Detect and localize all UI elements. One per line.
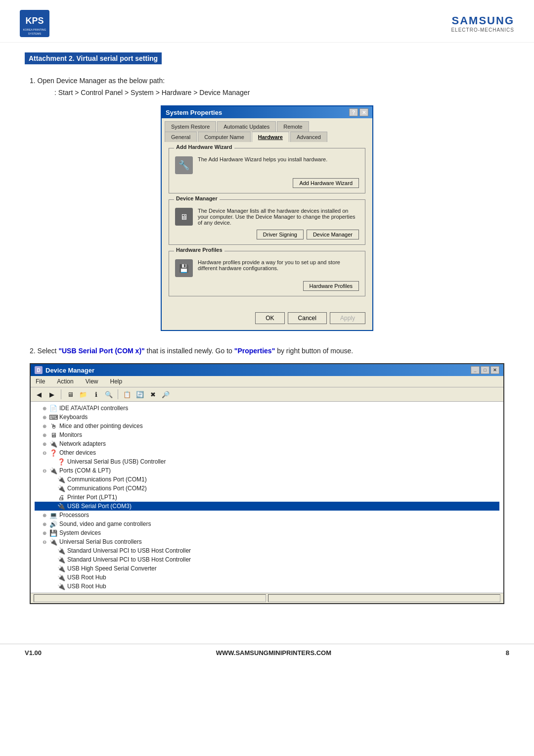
tab-remote[interactable]: Remote [277, 121, 309, 132]
tab-computer-name[interactable]: Computer Name [198, 132, 251, 142]
tab-system-restore[interactable]: System Restore [165, 121, 216, 132]
device-manager-section: Device Manager 🖥 The Device Manager list… [169, 199, 365, 245]
dm-title-left: D Device Manager [35, 366, 94, 374]
page-footer: V1.00 WWW.SAMSUNGMINIPRINTERS.COM 8 [0, 644, 534, 662]
attachment-heading: Attachment 2. Virtual serial port settin… [25, 52, 162, 64]
hardware-profiles-title: Hardware Profiles [174, 247, 224, 253]
forward-button[interactable]: ▶ [46, 389, 57, 400]
tab-advanced[interactable]: Advanced [290, 132, 327, 142]
uninstall-button[interactable]: ✖ [147, 389, 158, 400]
add-hardware-section: Add Hardware Wizard 🔧 The Add Hardware W… [169, 148, 365, 193]
processors-icon: 💻 [49, 511, 57, 519]
tree-item-lpt1[interactable]: 🖨 Printer Port (LPT1) [35, 493, 499, 502]
find-button[interactable]: 🔍 [103, 389, 114, 400]
tree-item-usb-controllers[interactable]: ⊖ 🔌 Universal Serial Bus controllers [35, 537, 499, 546]
tree-item-keyboards[interactable]: ⊕ ⌨ Keyboards [35, 413, 499, 422]
dm-controls[interactable]: _ □ ✕ [471, 366, 499, 374]
back-button[interactable]: ◀ [34, 389, 44, 400]
device-manager-text: The Device Manager lists all the hardwar… [198, 208, 359, 226]
win-title: System Properties [166, 109, 222, 116]
tree-item-usb-ctrl[interactable]: ❓ Universal Serial Bus (USB) Controller [35, 457, 499, 466]
tree-item-network[interactable]: ⊕ 🔌 Network adapters [35, 439, 499, 448]
device-manager-title: Device Manager [174, 195, 220, 201]
tree-item-system[interactable]: ⊕ 💾 System devices [35, 528, 499, 537]
tree-item-usb-root-1[interactable]: 🔌 USB Root Hub [35, 573, 499, 582]
update-button[interactable]: 🔄 [134, 389, 145, 400]
menu-view[interactable]: View [84, 377, 100, 386]
toolbar-separator-2 [118, 389, 118, 399]
computer-icon-button[interactable]: 🖥 [65, 389, 76, 400]
step1-path: : Start > Control Panel > System > Hardw… [54, 89, 509, 96]
tree-item-usb-root-2[interactable]: 🔌 USB Root Hub [35, 582, 499, 591]
device-manager-button[interactable]: Device Manager [307, 230, 359, 239]
tree-item-other[interactable]: ⊖ ❓ Other devices [35, 448, 499, 457]
hardware-profiles-text: Hardware profiles provide a way for you … [198, 259, 359, 271]
network-icon: 🔌 [49, 440, 57, 448]
scan-button[interactable]: 🔎 [160, 389, 171, 400]
apply-button[interactable]: Apply [330, 312, 365, 324]
step1-label: 1. Open Device Manager as the below path… [30, 77, 509, 85]
tree-item-usb-serial-com3[interactable]: 🔌 USB Serial Port (COM3) [35, 502, 499, 511]
hardware-profiles-icon: 💾 [175, 259, 193, 277]
ide-icon: 📄 [49, 404, 57, 412]
tree-item-pci-usb-1[interactable]: 🔌 Standard Universal PCI to USB Host Con… [35, 546, 499, 555]
info-button[interactable]: ℹ [90, 389, 101, 400]
device-tree[interactable]: ⊕ 📄 IDE ATA/ATAPI controllers ⊕ ⌨ Keyboa… [31, 402, 503, 593]
dm-statusbar [31, 593, 503, 603]
website-label: WWW.SAMSUNGMINIPRINTERS.COM [216, 649, 331, 657]
tree-item-com2[interactable]: 🔌 Communications Port (COM2) [35, 484, 499, 493]
svg-text:SYSTEMS: SYSTEMS [28, 32, 42, 35]
tree-item-mice[interactable]: ⊕ 🖱 Mice and other pointing devices [35, 422, 499, 430]
device-manager-icon: 🖥 [175, 208, 193, 226]
page-content: Attachment 2. Virtual serial port settin… [0, 43, 534, 634]
dm-close-button[interactable]: ✕ [490, 366, 499, 374]
step2-text: 2. Select "USB Serial Port (COM x)" that… [30, 346, 504, 356]
dm-minimize-button[interactable]: _ [471, 366, 480, 374]
tab-row-1: System Restore Automatic Updates Remote [162, 118, 372, 132]
device-manager-titlebar-icon: D [35, 366, 43, 374]
menu-help[interactable]: Help [108, 377, 125, 386]
cancel-button[interactable]: Cancel [288, 312, 327, 324]
properties-icon-button[interactable]: 📋 [122, 389, 133, 400]
win-footer: OK Cancel Apply [162, 308, 372, 330]
win-help-button[interactable]: ? [349, 108, 358, 116]
tree-item-usb-high-speed[interactable]: 🔌 USB High Speed Serial Converter [35, 564, 499, 573]
system-properties-window: System Properties ? ✕ System Restore Aut… [161, 105, 373, 331]
menu-action[interactable]: Action [55, 377, 75, 386]
pci-usb-2-icon: 🔌 [57, 556, 65, 564]
svg-text:🖥: 🖥 [180, 213, 188, 221]
tree-item-processors[interactable]: ⊕ 💻 Processors [35, 511, 499, 520]
win-controls[interactable]: ? ✕ [349, 108, 368, 116]
tree-item-ide[interactable]: ⊕ 📄 IDE ATA/ATAPI controllers [35, 404, 499, 413]
lpt1-icon: 🖨 [57, 493, 65, 501]
page-number: 8 [506, 649, 509, 657]
svg-text:🔧: 🔧 [178, 160, 190, 171]
ports-icon: 🔌 [49, 467, 57, 474]
other-icon: ❓ [49, 449, 57, 457]
properties-highlight: "Properties" [234, 347, 275, 355]
tab-hardware[interactable]: Hardware [252, 132, 289, 142]
sound-icon: 🔊 [49, 520, 57, 528]
system-icon: 💾 [49, 529, 57, 537]
tab-general[interactable]: General [165, 132, 197, 142]
dm-maximize-button[interactable]: □ [481, 366, 490, 374]
device-manager-window: D Device Manager _ □ ✕ File Action View … [30, 363, 504, 604]
menu-file[interactable]: File [34, 377, 47, 386]
driver-signing-button[interactable]: Driver Signing [257, 230, 304, 239]
tree-item-monitors[interactable]: ⊕ 🖥 Monitors [35, 430, 499, 439]
folder-button[interactable]: 📁 [78, 389, 89, 400]
add-hardware-icon: 🔧 [175, 156, 193, 174]
tree-item-com1[interactable]: 🔌 Communications Port (COM1) [35, 475, 499, 484]
add-hardware-wizard-button[interactable]: Add Hardware Wizard [293, 178, 359, 188]
status-pane-2 [268, 594, 500, 602]
usb-controllers-icon: 🔌 [49, 538, 57, 546]
tree-item-sound[interactable]: ⊕ 🔊 Sound, video and game controllers [35, 520, 499, 528]
tab-automatic-updates[interactable]: Automatic Updates [217, 121, 276, 132]
hardware-profiles-button[interactable]: Hardware Profiles [303, 281, 359, 291]
usb-serial-highlight: "USB Serial Port (COM x)" [58, 347, 144, 355]
tree-item-ports[interactable]: ⊖ 🔌 Ports (COM & LPT) [35, 466, 499, 475]
win-close-button[interactable]: ✕ [359, 108, 368, 116]
ok-button[interactable]: OK [255, 312, 284, 324]
tree-item-pci-usb-2[interactable]: 🔌 Standard Universal PCI to USB Host Con… [35, 555, 499, 564]
keyboards-icon: ⌨ [49, 413, 57, 421]
